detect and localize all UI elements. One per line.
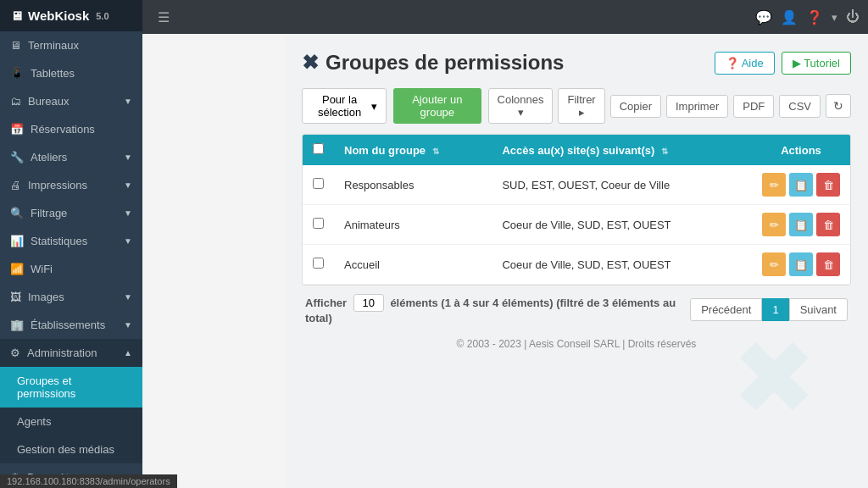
sidebar-item-images[interactable]: 🖼 Images ▼ [0, 283, 142, 311]
copy-button[interactable]: 📋 [789, 213, 813, 236]
row-checkbox-cell [303, 165, 334, 205]
aide-button[interactable]: ❓ Aide [715, 52, 775, 75]
main-footer: © 2003 - 2023 | Aesis Conseil SARL | Dro… [302, 326, 851, 362]
table-header-nom: Nom du groupe ⇅ [334, 135, 492, 165]
refresh-icon: ↻ [833, 99, 843, 113]
copy-button[interactable]: 📋 [789, 173, 813, 197]
table-row: Responsables SUD, EST, OUEST, Coeur de V… [303, 165, 850, 205]
sidebar-item-label: Agents [17, 415, 51, 428]
copier-button[interactable]: Copier [610, 95, 661, 118]
help-icon[interactable]: ❓ [806, 9, 823, 25]
statistiques-icon: 📊 [10, 235, 24, 247]
sidebar: 🖥 WebKiosk 5.0 🖥 Terminaux 📱 Tablettes 🗂… [0, 0, 142, 488]
pdf-button[interactable]: PDF [733, 95, 774, 118]
chevron-icon: ▼ [124, 152, 132, 162]
colonnes-label: Colonnes [498, 93, 544, 106]
sidebar-item-agents[interactable]: Agents [0, 408, 142, 435]
row-nom: Animateurs [334, 205, 492, 245]
edit-button[interactable]: ✏ [762, 213, 786, 236]
menu-toggle-button[interactable]: ☰ [151, 6, 176, 29]
edit-button[interactable]: ✏ [762, 173, 786, 197]
impressions-icon: 🖨 [10, 179, 21, 191]
chat-icon[interactable]: 💬 [755, 9, 772, 25]
sidebar-item-filtrage[interactable]: 🔍 Filtrage ▼ [0, 199, 142, 227]
user-icon[interactable]: 👤 [781, 9, 798, 25]
main-content: ✖ Groupes de permissions ❓ Aide ▶ Tutori… [285, 34, 868, 488]
sidebar-item-bureaux[interactable]: 🗂 Bureaux ▼ [0, 87, 142, 115]
afficher-label: Afficher [305, 297, 347, 309]
pagination-controls: Précédent 1 Suivant [690, 298, 848, 321]
row-actions: ✏ 📋 🗑 [752, 165, 850, 205]
imprimer-button[interactable]: Imprimer [666, 95, 728, 118]
add-group-button[interactable]: Ajouter un groupe [393, 88, 481, 124]
sidebar-item-etablissements[interactable]: 🏢 Établissements ▼ [0, 311, 142, 339]
chevron-icon: ▼ [124, 236, 132, 246]
sidebar-item-administration[interactable]: ⚙ Administration ▲ [0, 339, 142, 367]
row-acces: Coeur de Ville, SUD, EST, OUEST [492, 245, 752, 285]
pagination-row: Afficher éléments (1 à 4 sur 4 éléments)… [302, 286, 851, 326]
filtrer-arrow: ▸ [579, 106, 585, 119]
user-dropdown[interactable]: ▾ [832, 11, 837, 24]
copier-label: Copier [620, 100, 652, 113]
reservations-icon: 📅 [10, 123, 24, 136]
sidebar-item-tablettes[interactable]: 📱 Tablettes [0, 59, 142, 87]
sidebar-item-medias[interactable]: Gestion des médias [0, 435, 142, 463]
sidebar-item-wifi[interactable]: 📶 WiFi [0, 255, 142, 283]
chevron-icon: ▼ [124, 320, 132, 330]
per-page-input[interactable] [353, 294, 384, 312]
chevron-icon: ▼ [124, 97, 132, 106]
sidebar-item-label: Administration [27, 347, 97, 359]
row-acces: SUD, EST, OUEST, Coeur de Ville [492, 165, 752, 205]
filtrer-button[interactable]: Filtrer ▸ [558, 88, 604, 124]
select-all-checkbox[interactable] [313, 143, 324, 154]
selection-dropdown-button[interactable]: Pour la sélection ▾ [302, 88, 387, 124]
sidebar-item-label: Terminaux [28, 39, 79, 52]
administration-icon: ⚙ [10, 347, 20, 359]
delete-button[interactable]: 🗑 [816, 252, 840, 276]
page-1-button[interactable]: 1 [762, 298, 788, 321]
etablissements-icon: 🏢 [10, 319, 24, 331]
suivant-button[interactable]: Suivant [789, 298, 848, 321]
sidebar-item-label: Tablettes [31, 67, 75, 80]
sidebar-item-groupes[interactable]: Groupes et permissions [0, 367, 142, 408]
colonnes-button[interactable]: Colonnes ▾ [488, 88, 554, 124]
sidebar-item-statistiques[interactable]: 📊 Statistiques ▼ [0, 227, 142, 255]
statusbar-url: 192.168.100.180:8383/admin/operators [7, 476, 170, 486]
delete-button[interactable]: 🗑 [816, 213, 840, 236]
row-nom: Responsables [334, 165, 492, 205]
permissions-table: Nom du groupe ⇅ Accès au(x) site(s) suiv… [302, 134, 851, 286]
precedent-button[interactable]: Précédent [690, 298, 762, 321]
add-group-label: Ajouter un groupe [412, 93, 462, 119]
sort-icon: ⇅ [432, 147, 439, 156]
row-actions: ✏ 📋 🗑 [752, 245, 850, 285]
row-checkbox[interactable] [313, 258, 324, 269]
sidebar-item-label: Groupes et permissions [17, 374, 132, 400]
row-nom: Accueil [334, 245, 492, 285]
row-checkbox[interactable] [313, 178, 324, 189]
row-checkbox[interactable] [313, 218, 324, 229]
sidebar-item-label: Images [28, 291, 64, 303]
footer-text: © 2003 - 2023 | Aesis Conseil SARL | Dro… [457, 338, 697, 350]
selection-label: Pour la sélection [311, 93, 368, 119]
refresh-button[interactable]: ↻ [826, 94, 851, 118]
topbar: ☰ 💬 👤 ❓ ▾ ⏻ [142, 0, 868, 34]
logout-icon[interactable]: ⏻ [846, 9, 860, 25]
table-header-acces: Accès au(x) site(s) suivant(s) ⇅ [492, 135, 752, 165]
chevron-up-icon: ▲ [124, 348, 132, 358]
copy-button[interactable]: 📋 [789, 252, 813, 276]
page-header: ✖ Groupes de permissions ❓ Aide ▶ Tutori… [302, 51, 851, 75]
page-title-icon: ✖ [302, 51, 319, 75]
sidebar-item-reservations[interactable]: 📅 Réservations [0, 115, 142, 143]
terminaux-icon: 🖥 [10, 39, 21, 52]
chevron-icon: ▼ [124, 208, 132, 218]
pdf-label: PDF [743, 100, 765, 113]
delete-button[interactable]: 🗑 [816, 173, 840, 197]
csv-button[interactable]: CSV [779, 95, 821, 118]
sidebar-item-ateliers[interactable]: 🔧 Ateliers ▼ [0, 143, 142, 171]
edit-button[interactable]: ✏ [762, 252, 786, 276]
sidebar-item-terminaux[interactable]: 🖥 Terminaux [0, 31, 142, 59]
sidebar-item-impressions[interactable]: 🖨 Impressions ▼ [0, 171, 142, 199]
app-title: WebKiosk [28, 8, 89, 23]
row-checkbox-cell [303, 205, 334, 245]
tutoriel-button[interactable]: ▶ Tutoriel [782, 52, 851, 75]
